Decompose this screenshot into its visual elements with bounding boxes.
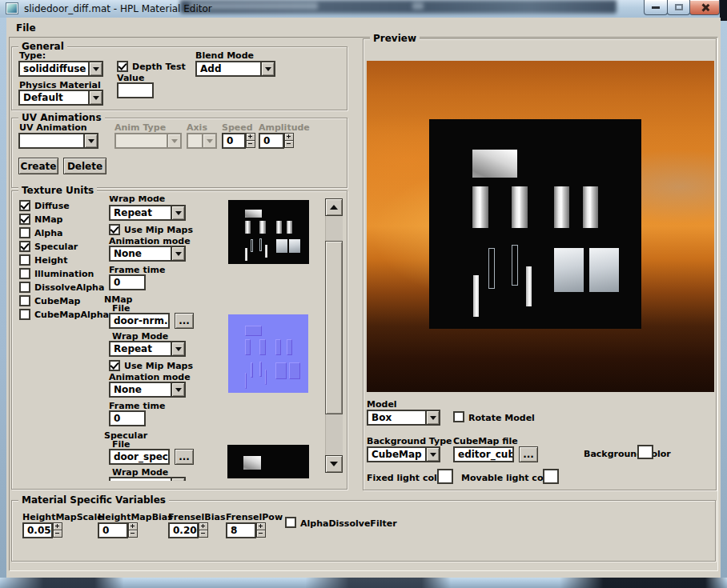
texture-shape (275, 362, 287, 379)
texture-units-scrollbar[interactable] (325, 198, 343, 473)
chevron-down-icon[interactable] (88, 62, 102, 75)
uv-animations-group: UV Animations UV Animation Anim Type Axi… (11, 118, 347, 188)
create-button[interactable]: Create (18, 158, 58, 174)
amplitude-field[interactable]: 0 (259, 133, 284, 149)
cubemap-browse-button[interactable]: ... (519, 446, 538, 462)
frenselbias-label: FrenselBias (168, 512, 225, 522)
texture-shape (245, 339, 251, 355)
close-button[interactable] (689, 0, 720, 15)
texture-shape (245, 373, 247, 389)
spinner-down-button[interactable] (128, 530, 138, 538)
speed-label: Speed (222, 122, 253, 133)
spinner-down-button[interactable] (246, 140, 255, 148)
nmap-mipmaps-checkbox[interactable] (109, 360, 120, 371)
chevron-down-icon[interactable] (171, 383, 184, 396)
chevron-down-icon[interactable] (425, 448, 439, 461)
nmap-file-field[interactable]: door-nrm.dd (109, 313, 170, 329)
nmap-wrap-mode-dropdown[interactable]: Repeat (109, 341, 186, 357)
heightmapscale-label: HeightMapScale (22, 512, 103, 522)
diffuse-mipmaps-checkbox[interactable] (109, 224, 120, 235)
chevron-down-icon[interactable] (171, 478, 184, 481)
chevron-down-icon[interactable] (171, 247, 184, 260)
chevron-down-icon[interactable] (88, 91, 102, 104)
depth-test-checkbox[interactable] (117, 61, 128, 72)
uv-animation-dropdown[interactable] (18, 133, 98, 149)
nmap-browse-button[interactable]: ... (175, 313, 194, 329)
group-title: Material Specific Variables (18, 494, 169, 506)
specular-wrap-mode-dropdown[interactable] (109, 477, 186, 481)
spinner-down-button[interactable] (256, 530, 266, 538)
type-dropdown[interactable]: soliddiffuse (18, 61, 103, 77)
titlebar[interactable]: slidedoor_diff.mat - HPL Material Editor (0, 0, 727, 18)
texture-shape (512, 186, 528, 228)
speed-spinner[interactable]: 0 (222, 133, 255, 149)
wrap-mode-label: Wrap Mode (109, 196, 165, 204)
axis-value (188, 134, 202, 147)
value-field[interactable] (117, 82, 154, 98)
delete-button[interactable]: Delete (63, 158, 106, 174)
preview-viewport[interactable] (367, 61, 714, 392)
chevron-down-icon[interactable] (83, 134, 97, 147)
heightmapbias-field[interactable]: 0 (98, 522, 128, 538)
blend-mode-dropdown[interactable]: Add (195, 61, 275, 77)
texture-shape (526, 266, 532, 306)
physics-material-dropdown[interactable]: Default (18, 90, 103, 106)
preview-group: Preview Model Box Rotate Model Backgroun… (363, 38, 717, 490)
menu-file[interactable]: File (13, 22, 39, 34)
scrollbar-thumb[interactable] (325, 241, 343, 414)
amplitude-spinner[interactable]: 0 (259, 133, 294, 149)
uv-animation-label: UV Animation (19, 122, 87, 133)
scroll-up-button[interactable] (325, 198, 343, 216)
diffuse-frame-time-field[interactable]: 0 (109, 274, 146, 290)
rotate-model-label: Rotate Model (468, 413, 535, 423)
nmap-animation-mode-dropdown[interactable]: None (109, 382, 186, 398)
minimize-icon (652, 6, 660, 9)
texture-shape (251, 362, 253, 378)
texture-shape (245, 248, 247, 261)
chevron-down-icon[interactable] (260, 62, 274, 75)
background-color-swatch[interactable] (637, 445, 653, 459)
maximize-button[interactable] (667, 0, 690, 15)
heightmapscale-spinner[interactable]: 0.050 (22, 522, 62, 538)
diffuse-animation-mode-dropdown[interactable]: None (109, 246, 186, 262)
fixed-light-color-swatch[interactable] (437, 469, 453, 484)
spinner-down-button[interactable] (199, 530, 208, 538)
chevron-down-icon[interactable] (425, 411, 439, 424)
minimize-button[interactable] (644, 0, 668, 15)
anim-type-dropdown (114, 133, 182, 149)
frenselbias-spinner[interactable]: 0.200 (168, 522, 208, 538)
frenselpow-field[interactable]: 8 (226, 522, 256, 538)
nmap-frame-time-field[interactable]: 0 (109, 410, 146, 426)
hpl-material-editor-window: slidedoor_diff.mat - HPL Material Editor… (0, 0, 727, 588)
axis-label: Axis (187, 122, 207, 133)
window-border-bottom (0, 578, 727, 588)
cubemap-file-field[interactable]: editor_cube (453, 446, 514, 462)
frenselpow-spinner[interactable]: 8 (226, 522, 266, 538)
rotate-model-checkbox[interactable] (453, 411, 464, 422)
diffuse-wrap-mode-dropdown[interactable]: Repeat (109, 205, 186, 221)
alpha-dissolve-filter-checkbox[interactable] (285, 517, 296, 528)
scroll-down-button[interactable] (325, 455, 343, 473)
texture-shape (276, 239, 287, 253)
specular-file-field[interactable]: door_spec.d (109, 449, 170, 465)
background-type-dropdown[interactable]: CubeMap (367, 446, 440, 462)
heightmapbias-spinner[interactable]: 0 (98, 522, 138, 538)
chevron-down-icon[interactable] (171, 342, 184, 355)
frenselbias-field[interactable]: 0.200 (168, 522, 199, 538)
chevron-down-icon[interactable] (171, 206, 184, 219)
speed-field[interactable]: 0 (222, 133, 246, 149)
model-dropdown[interactable]: Box (367, 410, 440, 426)
specular-browse-button[interactable]: ... (175, 449, 194, 465)
spinner-down-button[interactable] (284, 140, 294, 148)
texture-shape (265, 245, 267, 257)
spinner-down-button[interactable] (53, 530, 62, 538)
frenselpow-label: FrenselPow (226, 512, 283, 522)
diffuse-texture-preview (228, 200, 309, 264)
group-title: UV Animations (18, 112, 105, 123)
texture-units-group: Texture Units DiffuseNMapAlphaSpecularHe… (11, 190, 347, 490)
movable-light-color-swatch[interactable] (543, 469, 559, 484)
background-window-icon (412, 2, 424, 10)
heightmapscale-field[interactable]: 0.050 (22, 522, 53, 538)
desktop-corner (720, 0, 727, 21)
specular-texture-preview (227, 445, 309, 478)
